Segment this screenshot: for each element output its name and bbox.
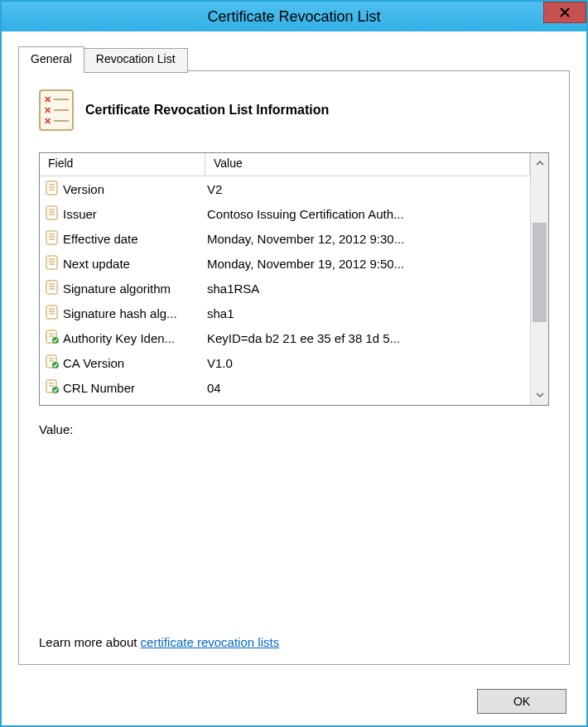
extension-icon <box>45 379 60 397</box>
field-value: V1.0 <box>205 356 530 370</box>
tab-strip: General Revocation List <box>18 46 570 71</box>
svg-rect-14 <box>46 256 57 269</box>
fields-listview[interactable]: Field Value VersionV2IssuerContoso Issui… <box>39 152 549 406</box>
extension-icon <box>45 330 60 347</box>
crl-icon: ✕ ✕ ✕ <box>39 89 74 131</box>
value-label: Value: <box>39 422 549 436</box>
field-name: Authority Key Iden... <box>63 331 175 345</box>
field-cell: Signature algorithm <box>40 280 205 297</box>
close-icon <box>559 7 571 18</box>
field-value: sha1RSA <box>205 282 530 296</box>
window-title: Certificate Revocation List <box>207 8 380 26</box>
field-name: CA Version <box>63 356 124 370</box>
field-name: CRL Number <box>63 381 135 395</box>
svg-rect-2 <box>46 181 57 195</box>
property-icon <box>45 181 60 198</box>
svg-rect-6 <box>46 206 57 219</box>
table-row[interactable]: Next updateMonday, November 19, 2012 9:5… <box>40 251 530 276</box>
titlebar: Certificate Revocation List <box>2 2 586 31</box>
vertical-scrollbar[interactable] <box>530 153 548 405</box>
property-icon <box>45 230 60 248</box>
chevron-up-icon <box>536 160 544 166</box>
ok-button[interactable]: OK <box>477 689 566 714</box>
tab-general[interactable]: General <box>18 46 84 71</box>
svg-point-29 <box>52 337 59 344</box>
field-cell: Signature hash alg... <box>40 305 205 322</box>
table-row[interactable]: CRL Number04 <box>40 375 530 400</box>
property-icon <box>45 305 60 322</box>
table-row[interactable]: Signature hash alg...sha1 <box>40 301 530 325</box>
field-cell: Effective date <box>40 230 205 248</box>
field-name: Signature hash alg... <box>63 306 177 320</box>
svg-rect-22 <box>46 306 57 319</box>
button-row: OK <box>477 689 566 714</box>
listview-header: Field Value <box>40 153 530 176</box>
table-row[interactable]: Signature algorithmsha1RSA <box>40 276 530 301</box>
learn-more-prefix: Learn more about <box>39 635 141 649</box>
field-cell: CRL Number <box>40 379 205 397</box>
property-icon <box>45 280 60 297</box>
scroll-thumb[interactable] <box>533 223 547 322</box>
table-row[interactable]: VersionV2 <box>40 176 530 201</box>
dialog-window: Certificate Revocation List General Revo… <box>0 0 588 727</box>
svg-rect-10 <box>46 231 57 244</box>
client-area: General Revocation List ✕ ✕ ✕ Certificat… <box>2 31 586 725</box>
field-name: Version <box>63 182 104 196</box>
field-value: Monday, November 19, 2012 9:50... <box>205 257 530 271</box>
field-value: sha1 <box>205 306 530 320</box>
close-button[interactable] <box>543 2 586 23</box>
column-header-field[interactable]: Field <box>40 153 205 176</box>
column-header-value[interactable]: Value <box>205 153 530 176</box>
info-title: Certificate Revocation List Information <box>85 103 329 118</box>
field-cell: Next update <box>40 255 205 272</box>
field-cell: Issuer <box>40 205 205 223</box>
general-panel: ✕ ✕ ✕ Certificate Revocation List Inform… <box>18 70 570 665</box>
info-header: ✕ ✕ ✕ Certificate Revocation List Inform… <box>39 89 549 131</box>
chevron-down-icon <box>536 392 544 398</box>
field-name: Signature algorithm <box>63 282 171 296</box>
scroll-track[interactable] <box>531 173 548 385</box>
property-icon <box>45 255 60 272</box>
field-name: Issuer <box>63 207 97 221</box>
svg-point-33 <box>52 362 59 368</box>
scroll-up-button[interactable] <box>531 153 548 173</box>
field-name: Next update <box>63 257 130 271</box>
tab-revocation-list[interactable]: Revocation List <box>84 48 188 73</box>
extension-icon <box>45 354 60 372</box>
listview-body: VersionV2IssuerContoso Issuing Certifica… <box>40 176 530 405</box>
scroll-down-button[interactable] <box>531 385 548 405</box>
property-icon <box>45 205 60 223</box>
learn-more-link[interactable]: certificate revocation lists <box>141 635 280 649</box>
field-value: KeyID=da b2 21 ee 35 ef 38 1d 5... <box>205 331 530 345</box>
table-row[interactable]: Authority Key Iden...KeyID=da b2 21 ee 3… <box>40 325 530 350</box>
table-row[interactable]: CA VersionV1.0 <box>40 350 530 375</box>
svg-point-37 <box>52 387 59 393</box>
field-name: Effective date <box>63 232 138 246</box>
field-value: Monday, November 12, 2012 9:30... <box>205 232 530 246</box>
table-row[interactable]: Effective dateMonday, November 12, 2012 … <box>40 226 530 251</box>
svg-rect-18 <box>46 281 57 294</box>
table-row[interactable]: IssuerContoso Issuing Certification Auth… <box>40 201 530 226</box>
field-value: Contoso Issuing Certification Auth... <box>205 207 530 221</box>
field-cell: CA Version <box>40 354 205 372</box>
field-value: V2 <box>205 182 530 196</box>
field-cell: Version <box>40 181 205 198</box>
learn-more: Learn more about certificate revocation … <box>39 635 279 649</box>
field-value: 04 <box>205 381 530 395</box>
field-cell: Authority Key Iden... <box>40 330 205 347</box>
